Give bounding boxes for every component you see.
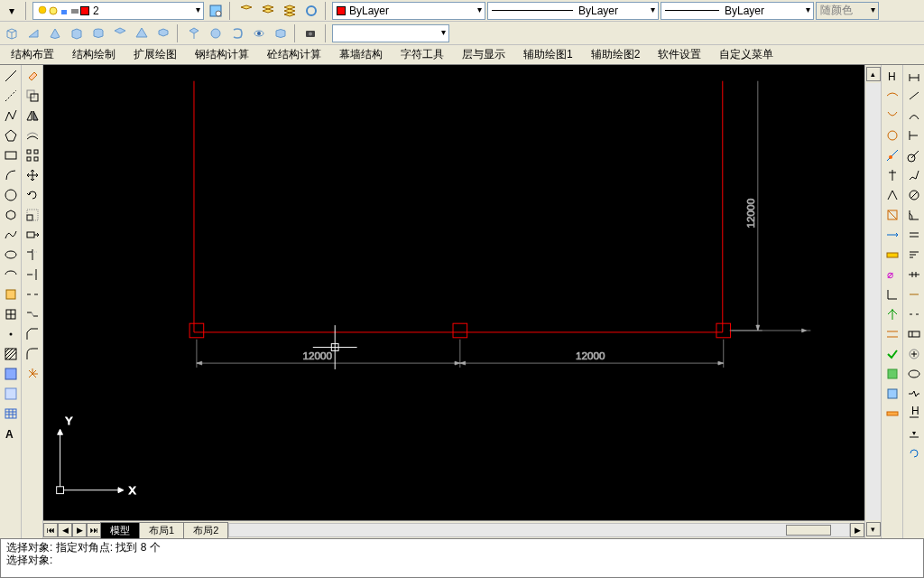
arc-icon[interactable] xyxy=(2,166,20,184)
menu-curtain-wall[interactable]: 幕墙结构 xyxy=(332,45,390,64)
rotate-icon[interactable] xyxy=(23,186,42,204)
tab-layout2[interactable]: 布局2 xyxy=(183,522,228,538)
hscroll-track[interactable] xyxy=(228,523,850,537)
vscrollbar[interactable]: ▴ ▾ xyxy=(864,65,881,538)
custom-tool-icon[interactable] xyxy=(883,325,901,343)
menu-extend-draw[interactable]: 扩展绘图 xyxy=(126,45,184,64)
box-icon[interactable] xyxy=(2,23,22,43)
dim-baseline-icon[interactable] xyxy=(905,246,923,264)
menu-software-setting[interactable]: 软件设置 xyxy=(651,45,708,64)
custom-tool-icon[interactable] xyxy=(883,186,901,204)
menu-layer-display[interactable]: 层与显示 xyxy=(455,45,513,64)
dim-angular-icon[interactable] xyxy=(905,206,923,224)
cone-icon[interactable] xyxy=(45,23,65,43)
loft-icon[interactable] xyxy=(271,23,291,43)
custom-tool-icon[interactable] xyxy=(883,365,901,383)
custom-tool-icon[interactable] xyxy=(883,305,901,323)
menu-steel-calc[interactable]: 钢结构计算 xyxy=(188,45,256,64)
copy-icon[interactable] xyxy=(23,87,42,105)
break-icon[interactable] xyxy=(23,285,42,303)
custom-tool-icon[interactable] xyxy=(883,87,901,105)
layer-props-icon[interactable] xyxy=(206,1,226,21)
custom-tool-icon[interactable] xyxy=(883,246,901,264)
fillet-icon[interactable] xyxy=(23,345,42,363)
dim-update-icon[interactable] xyxy=(905,444,923,462)
scroll-up-icon[interactable]: ▴ xyxy=(866,67,881,81)
move-icon[interactable] xyxy=(23,166,42,184)
custom-tool-icon[interactable]: H xyxy=(883,67,901,85)
spline-icon[interactable] xyxy=(2,226,20,244)
dim-quick-icon[interactable] xyxy=(905,226,923,244)
custom-tool-icon[interactable] xyxy=(883,166,901,184)
pline-icon[interactable] xyxy=(2,107,20,125)
layer-dropdown[interactable]: 2 xyxy=(32,2,204,20)
join-icon[interactable] xyxy=(23,305,42,323)
revcloud-icon[interactable] xyxy=(2,206,20,224)
dim-space-icon[interactable] xyxy=(905,285,923,303)
offset-icon[interactable] xyxy=(23,126,42,144)
next-layout-icon[interactable]: ▶ xyxy=(72,523,87,537)
custom-tool-icon[interactable] xyxy=(883,405,901,423)
center-mark-icon[interactable] xyxy=(905,345,923,363)
ellipse-icon[interactable] xyxy=(2,246,20,264)
linetype-dropdown[interactable]: ByLayer xyxy=(487,2,659,20)
custom-tool-icon[interactable]: ⌀ xyxy=(883,266,901,284)
camera-icon[interactable] xyxy=(301,23,321,43)
sweep-icon[interactable] xyxy=(227,23,247,43)
custom-tool-icon[interactable] xyxy=(883,126,901,144)
prev-layout-icon[interactable]: ◀ xyxy=(58,523,72,537)
circle-icon[interactable] xyxy=(2,186,20,204)
menu-structure-draw[interactable]: 结构绘制 xyxy=(65,45,123,64)
color-dropdown[interactable]: ByLayer xyxy=(332,2,485,20)
dim-radius-icon[interactable] xyxy=(905,146,923,164)
rectangle-icon[interactable] xyxy=(2,146,20,164)
dim-aligned-icon[interactable] xyxy=(905,87,923,105)
polygon-icon[interactable] xyxy=(2,126,20,144)
mtext-icon[interactable]: A xyxy=(2,424,20,443)
custom-tool-icon[interactable] xyxy=(883,226,901,244)
region-icon[interactable] xyxy=(2,385,20,403)
chamfer-icon[interactable] xyxy=(23,325,42,343)
lineweight-dropdown[interactable]: ByLayer xyxy=(661,2,814,20)
menu-char-tools[interactable]: 字符工具 xyxy=(393,45,451,64)
gradient-icon[interactable] xyxy=(2,365,20,383)
tab-layout1[interactable]: 布局1 xyxy=(139,522,184,538)
custom-tool-icon[interactable] xyxy=(883,285,901,303)
ray-icon[interactable] xyxy=(2,87,20,105)
torus-icon[interactable] xyxy=(110,23,130,43)
menu-concrete-calc[interactable]: 砼结构计算 xyxy=(260,45,328,64)
extend-icon[interactable] xyxy=(23,266,42,284)
menu-aux-draw1[interactable]: 辅助绘图1 xyxy=(516,45,580,64)
dim-linear-icon[interactable] xyxy=(905,67,923,85)
sphere-icon[interactable] xyxy=(67,23,87,43)
first-layout-icon[interactable]: ⏮ xyxy=(43,523,58,537)
ellipse-arc-icon[interactable] xyxy=(2,266,20,284)
drawing-canvas[interactable]: 12000 12000 12000 xyxy=(43,65,864,520)
dropdown-arrow-icon[interactable]: ▾ xyxy=(2,1,22,21)
menu-custom[interactable]: 自定义菜单 xyxy=(712,45,781,64)
layer-state-icon[interactable] xyxy=(280,1,300,21)
line-icon[interactable] xyxy=(2,67,20,85)
custom-tool-icon[interactable] xyxy=(883,206,901,224)
layer-match-icon[interactable] xyxy=(301,1,321,21)
array-icon[interactable] xyxy=(23,146,42,164)
dim-tedit-icon[interactable] xyxy=(905,424,923,443)
cylinder-icon[interactable] xyxy=(88,23,108,43)
explode-icon[interactable] xyxy=(23,365,42,383)
tolerance-icon[interactable] xyxy=(905,325,923,343)
wedge-icon[interactable] xyxy=(23,23,43,43)
dim-diameter-icon[interactable] xyxy=(905,186,923,204)
scale-icon[interactable] xyxy=(23,206,42,224)
scroll-down-icon[interactable]: ▾ xyxy=(866,522,881,536)
stretch-icon[interactable] xyxy=(23,226,42,244)
revolve-icon[interactable] xyxy=(249,23,269,43)
custom-tool-icon[interactable] xyxy=(883,107,901,125)
layer-state-icon[interactable] xyxy=(258,1,278,21)
custom-tool-icon[interactable] xyxy=(883,385,901,403)
menu-aux-draw2[interactable]: 辅助绘图2 xyxy=(584,45,648,64)
dim-break-icon[interactable] xyxy=(905,305,923,323)
layer-state-icon[interactable] xyxy=(236,1,256,21)
erase-icon[interactable] xyxy=(23,67,42,85)
hscroll-thumb[interactable] xyxy=(786,525,831,536)
trim-icon[interactable] xyxy=(23,246,42,264)
